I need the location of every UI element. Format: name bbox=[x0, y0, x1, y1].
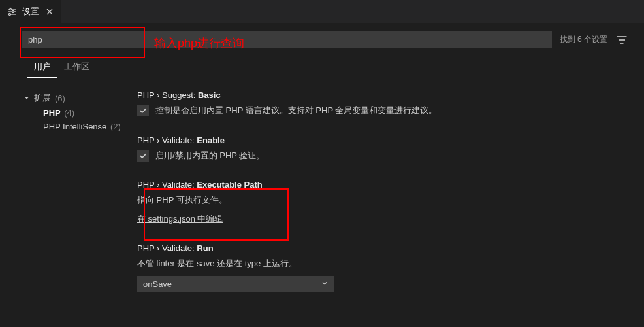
svg-point-4 bbox=[12, 10, 14, 12]
sidebar-item-count: (4) bbox=[64, 108, 74, 118]
tab-workspace[interactable]: 工作区 bbox=[57, 56, 96, 78]
chevron-down-icon bbox=[22, 94, 31, 102]
setting-desc: 指向 PHP 可执行文件。 bbox=[137, 194, 628, 207]
setting-php-validate-exec-path: PHP › Validate: Executable Path 指向 PHP 可… bbox=[137, 180, 628, 225]
sidebar-item-label: PHP IntelliSense bbox=[43, 122, 106, 131]
setting-desc: 不管 linter 是在 save 还是在 type 上运行。 bbox=[137, 257, 628, 270]
select-value: onSave bbox=[143, 279, 172, 289]
sidebar-extensions-label: 扩展 bbox=[34, 92, 51, 104]
sidebar: 扩展 (6) PHP (4) PHP IntelliSense (2) bbox=[0, 90, 137, 311]
search-count: 找到 6 个设置 bbox=[560, 34, 607, 45]
checkbox[interactable] bbox=[137, 150, 149, 162]
search-input[interactable] bbox=[22, 31, 552, 48]
filter-icon[interactable] bbox=[615, 33, 628, 46]
setting-php-suggest-basic: PHP › Suggest: Basic 控制是否启用内置 PHP 语言建议。支… bbox=[137, 90, 628, 117]
settings-icon bbox=[7, 7, 17, 17]
svg-point-5 bbox=[9, 13, 11, 15]
sidebar-item-php-intellisense[interactable]: PHP IntelliSense (2) bbox=[22, 120, 137, 133]
edit-in-settings-json-link[interactable]: 在 settings.json 中编辑 bbox=[137, 213, 223, 225]
tab-label: 设置 bbox=[22, 6, 39, 18]
setting-title: PHP › Validate: Run bbox=[137, 243, 628, 253]
setting-php-validate-run: PHP › Validate: Run 不管 linter 是在 save 还是… bbox=[137, 243, 628, 293]
svg-point-3 bbox=[10, 8, 12, 10]
setting-title: PHP › Validate: Enable bbox=[137, 135, 628, 145]
sidebar-item-count: (2) bbox=[110, 122, 121, 131]
settings-main: PHP › Suggest: Basic 控制是否启用内置 PHP 语言建议。支… bbox=[137, 90, 644, 311]
tab-user[interactable]: 用户 bbox=[27, 56, 57, 78]
chevron-down-icon bbox=[321, 279, 329, 289]
setting-desc: 控制是否启用内置 PHP 语言建议。支持对 PHP 全局变量和变量进行建议。 bbox=[155, 104, 437, 117]
checkbox[interactable] bbox=[137, 105, 149, 116]
select-validate-run[interactable]: onSave bbox=[137, 276, 334, 292]
setting-desc: 启用/禁用内置的 PHP 验证。 bbox=[155, 149, 265, 162]
content-area: 扩展 (6) PHP (4) PHP IntelliSense (2) PHP … bbox=[0, 78, 644, 311]
close-icon[interactable] bbox=[44, 7, 55, 17]
sidebar-extensions[interactable]: 扩展 (6) bbox=[22, 90, 137, 106]
sidebar-item-php[interactable]: PHP (4) bbox=[22, 106, 137, 120]
sidebar-item-label: PHP bbox=[43, 108, 61, 118]
scope-tabs: 用户 工作区 bbox=[0, 56, 644, 78]
setting-php-validate-enable: PHP › Validate: Enable 启用/禁用内置的 PHP 验证。 bbox=[137, 135, 628, 162]
sidebar-extensions-count: (6) bbox=[55, 94, 65, 103]
tab-bar: 设置 bbox=[0, 0, 644, 23]
setting-title: PHP › Suggest: Basic bbox=[137, 90, 628, 100]
search-row: 找到 6 个设置 bbox=[0, 23, 644, 56]
setting-title: PHP › Validate: Executable Path bbox=[137, 180, 628, 190]
tab-settings[interactable]: 设置 bbox=[0, 0, 61, 23]
